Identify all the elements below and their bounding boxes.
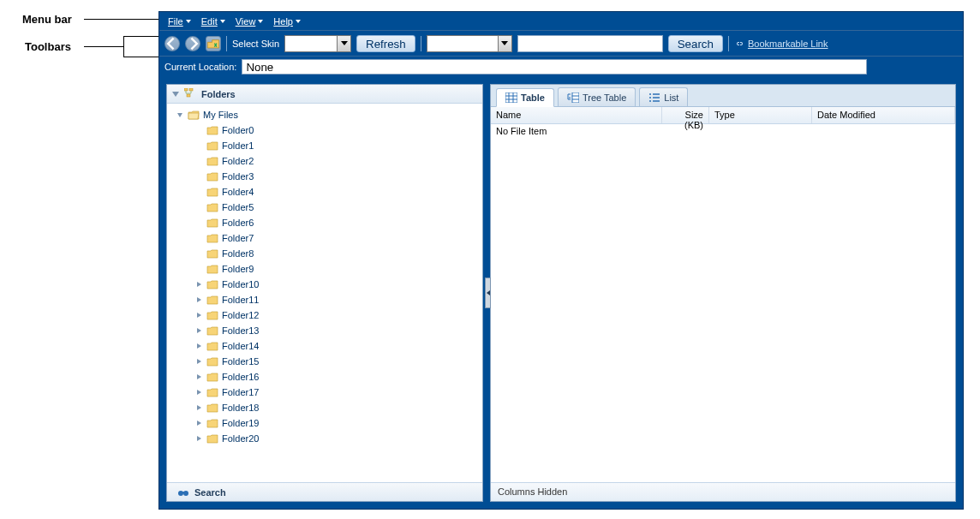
folder-icon xyxy=(206,295,218,305)
twist-closed-icon[interactable] xyxy=(194,373,203,381)
twist-closed-icon[interactable] xyxy=(194,388,203,397)
refresh-button[interactable]: Refresh xyxy=(356,35,415,52)
tree-node-folder9[interactable]: Folder9 xyxy=(194,261,482,277)
tree-node-folder1[interactable]: Folder1 xyxy=(194,138,482,153)
folder-icon xyxy=(206,125,218,135)
nav-forward-button[interactable] xyxy=(185,36,200,51)
bookmarkable-link[interactable]: Bookmarkable Link xyxy=(734,39,828,49)
tree-node-folder16[interactable]: Folder16 xyxy=(194,369,482,385)
tree-node-folder18[interactable]: Folder18 xyxy=(194,400,482,415)
twist-closed-icon[interactable] xyxy=(194,357,203,366)
tree-node-folder19[interactable]: Folder19 xyxy=(194,415,482,431)
tree-node-folder6[interactable]: Folder6 xyxy=(194,215,482,230)
col-header-type[interactable]: Type xyxy=(709,107,812,123)
folder-icon xyxy=(206,418,218,428)
twist-closed-icon[interactable] xyxy=(194,311,203,319)
tree-node-label: Folder7 xyxy=(222,233,254,243)
nav-back-button[interactable] xyxy=(164,36,180,51)
twist-closed-icon[interactable] xyxy=(194,326,203,335)
tree-node-label: Folder6 xyxy=(222,218,254,228)
tab-list[interactable]: List xyxy=(639,87,688,106)
tree-node-folder3[interactable]: Folder3 xyxy=(194,169,482,184)
current-location-input[interactable] xyxy=(242,59,867,75)
search-input[interactable] xyxy=(517,35,663,52)
twist-closed-icon[interactable] xyxy=(194,280,203,289)
svg-rect-1 xyxy=(189,88,193,91)
tab-table[interactable]: Table xyxy=(496,88,554,107)
tree-node-folder11[interactable]: Folder11 xyxy=(194,292,482,307)
link-icon xyxy=(734,39,744,49)
menu-view[interactable]: View xyxy=(232,15,267,28)
search-scope-dropdown[interactable] xyxy=(427,35,512,52)
twist-open-icon[interactable] xyxy=(176,110,184,119)
dropdown-arrow-icon xyxy=(337,36,350,51)
col-header-size[interactable]: Size (KB) xyxy=(662,107,709,123)
search-button[interactable]: Search xyxy=(668,35,723,52)
tree-node-folder20[interactable]: Folder20 xyxy=(194,431,482,446)
menu-file[interactable]: File xyxy=(164,15,194,28)
tree-node-label: Folder19 xyxy=(222,418,259,428)
folders-tree-icon xyxy=(184,88,196,100)
twist-closed-icon[interactable] xyxy=(194,434,203,443)
tree-node-folder7[interactable]: Folder7 xyxy=(194,230,482,246)
tree-node-folder8[interactable]: Folder8 xyxy=(194,246,482,261)
tree-node-folder5[interactable]: Folder5 xyxy=(194,200,482,215)
folder-icon xyxy=(206,341,218,351)
annotation-toolbars-label: Toolbars xyxy=(25,40,71,53)
tree-node-folder0[interactable]: Folder0 xyxy=(194,122,482,138)
tree-root-myfiles[interactable]: My Files xyxy=(176,107,482,122)
tree-node-label: Folder17 xyxy=(222,387,259,397)
tree-node-label: Folder14 xyxy=(222,341,259,351)
table-header: Name Size (KB) Type Date Modified xyxy=(491,107,955,124)
tree-node-label: Folder13 xyxy=(222,325,259,336)
col-header-date[interactable]: Date Modified xyxy=(812,107,955,123)
folder-icon xyxy=(206,387,218,397)
select-skin-dropdown[interactable] xyxy=(284,35,351,52)
tree-node-folder10[interactable]: Folder10 xyxy=(194,277,482,292)
folders-panel-header[interactable]: Folders xyxy=(167,85,482,104)
twist-closed-icon[interactable] xyxy=(194,295,203,304)
twist-closed-icon[interactable] xyxy=(194,342,203,350)
svg-rect-11 xyxy=(572,92,579,103)
tree-node-folder17[interactable]: Folder17 xyxy=(194,385,482,400)
folder-icon xyxy=(206,372,218,382)
annotation-line xyxy=(123,36,124,57)
select-skin-label: Select Skin xyxy=(232,39,279,49)
annotation-line xyxy=(84,46,123,47)
caret-down-icon xyxy=(186,20,191,23)
tree-node-label: Folder9 xyxy=(222,264,254,274)
folder-icon xyxy=(206,264,218,274)
tree-node-folder15[interactable]: Folder15 xyxy=(194,354,482,369)
tree-node-label: Folder11 xyxy=(222,295,259,305)
tree-node-label: Folder15 xyxy=(222,356,259,367)
folder-icon xyxy=(206,140,218,151)
folder-icon xyxy=(206,310,218,320)
twist-closed-icon[interactable] xyxy=(194,419,203,427)
folder-icon xyxy=(206,187,218,197)
nav-up-button[interactable] xyxy=(206,36,221,51)
twist-closed-icon[interactable] xyxy=(194,403,203,412)
folders-panel-title: Folders xyxy=(201,89,236,99)
tab-list-label: List xyxy=(664,92,678,103)
tree-node-folder12[interactable]: Folder12 xyxy=(194,307,482,323)
tree-node-label: Folder1 xyxy=(222,140,254,151)
list-icon xyxy=(648,92,660,103)
tree-node-folder4[interactable]: Folder4 xyxy=(194,184,482,200)
tree-node-label: Folder3 xyxy=(222,171,254,182)
menu-help[interactable]: Help xyxy=(270,15,304,28)
splitter-handle[interactable] xyxy=(485,277,491,308)
table-body: No File Item xyxy=(491,124,955,482)
tab-tree-table[interactable]: Tree Table xyxy=(558,87,636,106)
menu-edit[interactable]: Edit xyxy=(198,15,229,28)
search-panel-header[interactable]: Search xyxy=(167,482,482,501)
menu-view-label: View xyxy=(236,16,256,27)
svg-point-15 xyxy=(649,97,651,98)
tab-tree-table-label: Tree Table xyxy=(583,92,626,103)
tree-node-folder14[interactable]: Folder14 xyxy=(194,338,482,354)
tree-node-folder2[interactable]: Folder2 xyxy=(194,153,482,169)
caret-down-icon xyxy=(258,20,263,23)
tree-node-label: Folder0 xyxy=(222,125,254,135)
folder-icon xyxy=(206,171,218,182)
col-header-name[interactable]: Name xyxy=(491,107,662,123)
tree-node-folder13[interactable]: Folder13 xyxy=(194,323,482,338)
